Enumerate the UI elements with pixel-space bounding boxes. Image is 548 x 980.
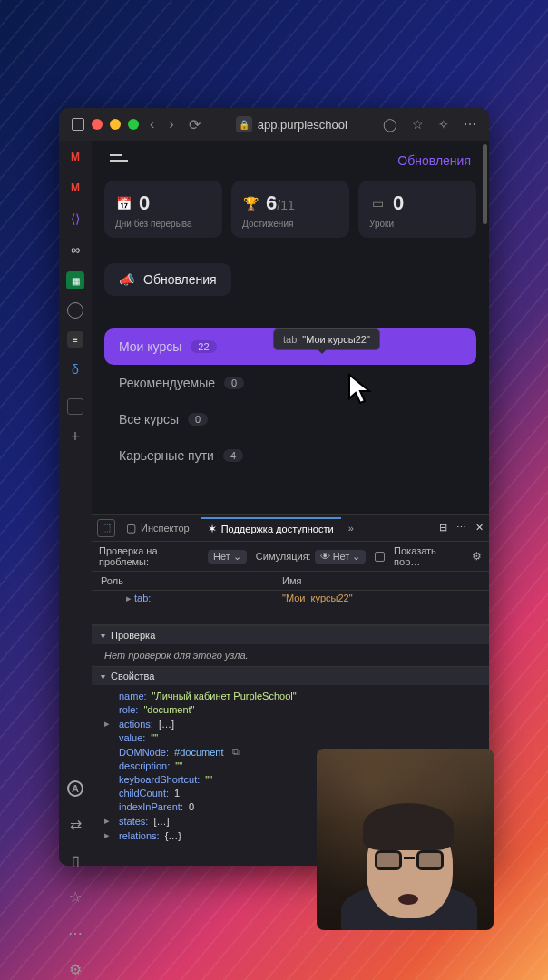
- add-tab-icon[interactable]: +: [66, 427, 84, 446]
- browser-sidebar: M M ⟨⟩ ∞ ▦ ≡ δ +: [59, 141, 92, 866]
- course-tabs: Мои курсы 22 Рекомендуемые 0 Все курсы 0…: [104, 328, 476, 474]
- settings-icon[interactable]: ⚙: [66, 960, 84, 978]
- app-icon[interactable]: ≡: [67, 331, 83, 348]
- a11y-icon: ✶: [208, 523, 217, 535]
- tab-badge: 0: [188, 413, 208, 426]
- link-icon[interactable]: ∞: [66, 240, 84, 259]
- star-icon[interactable]: ☆: [66, 887, 84, 906]
- bookmark-icon[interactable]: ☆: [408, 117, 427, 132]
- gmail-icon-2[interactable]: M: [66, 179, 84, 197]
- check-problems-select[interactable]: Проверка на проблемы: Нет ⌄: [99, 545, 247, 567]
- dl-icon[interactable]: ⋯: [66, 924, 84, 942]
- back-button[interactable]: ‹: [146, 116, 158, 132]
- tab-label: Карьерные пути: [119, 448, 214, 463]
- tab-all-courses[interactable]: Все курсы 0: [104, 401, 476, 437]
- tab-badge: 4: [223, 449, 243, 462]
- a11y-settings-icon[interactable]: ⚙: [472, 550, 482, 563]
- menu-icon[interactable]: [110, 160, 128, 162]
- element-picker-icon[interactable]: ⬚: [97, 519, 115, 537]
- browser-tool-dock: A ⇄ ▯ ☆ ⋯ ⚙: [59, 780, 92, 978]
- devtools-menu-icon[interactable]: ⋯: [456, 522, 466, 534]
- stat-lessons-value: 0: [393, 191, 404, 215]
- panel-icon[interactable]: [67, 398, 83, 415]
- overflow-icon[interactable]: ⋯: [460, 117, 480, 132]
- show-order-checkbox[interactable]: [375, 552, 385, 562]
- titlebar: ‹ › ⟳ 🔒 app.purpleschool ◯ ☆ ✧ ⋯: [59, 108, 489, 141]
- tab-label: Мои курсы: [119, 339, 181, 354]
- a11y-tooltip: tab "Мои курсы22": [273, 328, 380, 350]
- tab-recommended[interactable]: Рекомендуемые 0: [104, 365, 476, 401]
- copy-icon[interactable]: ⧉: [232, 746, 240, 758]
- address-bar[interactable]: 🔒 app.purpleschool: [211, 116, 372, 132]
- megaphone-icon: 📣: [119, 272, 134, 287]
- book-icon: ▭: [369, 195, 386, 211]
- tree-row[interactable]: tab: "Мои_курсы22": [92, 591, 489, 606]
- tree-body[interactable]: tab: "Мои_курсы22": [92, 591, 489, 625]
- url-text: app.purpleschool: [258, 118, 347, 132]
- close-devtools-icon[interactable]: ✕: [475, 522, 484, 534]
- stat-achievements: 🏆 6/11 Достижения: [231, 181, 349, 238]
- webcam-overlay: [317, 749, 494, 930]
- tab-badge: 22: [191, 340, 216, 353]
- tab-label: Все курсы: [119, 412, 179, 426]
- tooltip-role: tab: [283, 334, 297, 345]
- responsive-icon[interactable]: ⊟: [439, 522, 447, 534]
- gmail-icon[interactable]: M: [66, 148, 84, 166]
- sync-icon[interactable]: ⇄: [66, 815, 84, 833]
- stat-days-value: 0: [139, 191, 150, 215]
- extension-icon[interactable]: ✧: [435, 117, 453, 132]
- chatgpt-icon[interactable]: [67, 302, 83, 318]
- maximize-window-icon[interactable]: [128, 119, 139, 130]
- a11y-toolbar: Проверка на проблемы: Нет ⌄ Симуляция: 👁…: [92, 542, 489, 572]
- shield-icon[interactable]: ◯: [379, 117, 401, 132]
- section-properties[interactable]: Свойства: [92, 666, 489, 685]
- tree-header: Роль Имя: [92, 572, 489, 591]
- tab-label: Рекомендуемые: [119, 376, 215, 390]
- stat-lessons-label: Уроки: [369, 219, 465, 229]
- app-icon-2[interactable]: δ: [66, 360, 84, 378]
- trophy-icon: 🏆: [242, 195, 259, 211]
- devtools-tabs: ⬚ ▢ Инспектор ✶ Поддержка доступности » …: [92, 514, 489, 542]
- stat-achieve-value: 6/11: [266, 191, 295, 215]
- tab-doc-icon: [72, 118, 84, 131]
- col-name: Имя: [273, 572, 310, 590]
- updates-button-label: Обновления: [143, 272, 217, 287]
- close-window-icon[interactable]: [92, 119, 103, 130]
- col-role: Роль: [92, 572, 273, 590]
- stat-achieve-label: Достижения: [242, 219, 338, 229]
- stat-days-label: Дни без перерыва: [115, 219, 211, 229]
- lock-icon: 🔒: [236, 116, 252, 132]
- reload-button[interactable]: ⟳: [185, 116, 204, 133]
- section-checks[interactable]: Проверка: [92, 625, 489, 644]
- stats-row: 📅 0 Дни без перерыва 🏆 6/11 Достижения ▭…: [92, 181, 489, 238]
- inspector-icon: ▢: [126, 522, 136, 534]
- forward-button[interactable]: ›: [165, 116, 177, 132]
- row-name: "Мои_курсы22": [282, 593, 353, 604]
- app-header: Обновления: [92, 141, 489, 181]
- tab-badge: 0: [224, 377, 244, 389]
- sheets-icon[interactable]: ▦: [66, 271, 84, 289]
- purpleschool-icon[interactable]: ⟨⟩: [66, 210, 84, 228]
- tab-inspector[interactable]: ▢ Инспектор: [119, 518, 197, 538]
- row-role: tab:: [101, 593, 282, 604]
- updates-button[interactable]: 📣 Обновления: [104, 263, 231, 296]
- scrollbar[interactable]: [483, 144, 487, 224]
- minimize-window-icon[interactable]: [110, 119, 121, 130]
- tab-a11y[interactable]: ✶ Поддержка доступности: [201, 517, 341, 539]
- library-icon[interactable]: ▯: [66, 851, 84, 869]
- stat-lessons: ▭ 0 Уроки: [358, 181, 476, 238]
- updates-link[interactable]: Обновления: [397, 153, 471, 168]
- tab-career[interactable]: Карьерные пути 4: [104, 437, 476, 474]
- tooltip-name: "Мои курсы22": [302, 334, 370, 345]
- calendar-icon: 📅: [115, 195, 132, 211]
- simulation-select[interactable]: Симуляция: 👁 Нет ⌄: [256, 550, 367, 564]
- stat-days: 📅 0 Дни без перерыва: [104, 181, 222, 238]
- profile-icon[interactable]: A: [67, 780, 83, 797]
- tabs-overflow-icon[interactable]: »: [345, 523, 357, 534]
- show-order-label: Показать пор…: [394, 545, 463, 567]
- checks-empty: Нет проверок для этого узла.: [92, 644, 489, 666]
- traffic-lights: [92, 119, 139, 130]
